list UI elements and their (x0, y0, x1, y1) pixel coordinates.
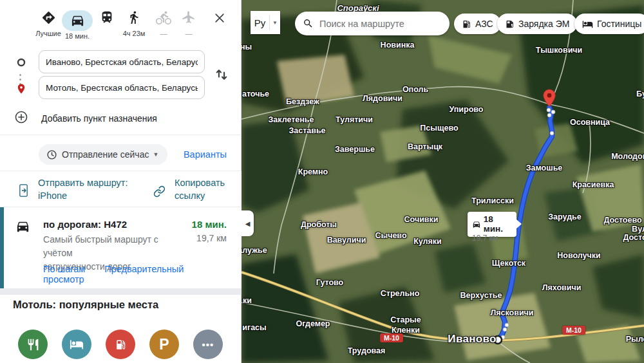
transit-icon (100, 10, 114, 24)
bed-icon (582, 19, 593, 30)
departure-options-row: Отправление сейчас ▼ Варианты (0, 135, 242, 170)
mode-drive[interactable]: 18 мин. (62, 10, 93, 30)
clock-icon (46, 149, 57, 160)
car-icon (70, 13, 85, 28)
route-distance: 19,7 км (196, 233, 227, 243)
send-to-phone-icon (18, 183, 29, 198)
send-route-device: iPhone (38, 189, 128, 202)
language-layer-button[interactable]: Ру ▼ (251, 11, 280, 34)
ev-filter-label: Зарядка ЭМ (518, 19, 569, 29)
destination-input[interactable] (39, 76, 205, 99)
parking-icon: P (159, 336, 169, 353)
mode-walk[interactable]: 4ч 23м (118, 10, 149, 27)
hotels-button[interactable] (62, 330, 91, 359)
restaurants-button[interactable] (18, 330, 48, 359)
selected-route-indicator (0, 207, 4, 288)
tooltip-arrow (516, 219, 522, 228)
app-window: СпораўскіныНовинкаТышковичиаточьеОпольЛя… (0, 0, 644, 363)
restaurant-icon (26, 338, 40, 351)
search-input[interactable] (319, 19, 442, 29)
route-result-card[interactable]: по дорогам: Н472 18 мин. Самый быстрый м… (0, 207, 242, 288)
map-toolbar: Ру ▼ АЗС Зарядка ЭМ Гостиницы (242, 0, 644, 39)
route-description-line1: Самый быстрый маршрут с учётом (43, 233, 182, 260)
mode-flight-unavailable: — (173, 30, 204, 37)
swap-arrows-icon (213, 66, 231, 84)
tooltip-time: 18 мин. (484, 214, 513, 234)
copy-link-button[interactable]: Копировать ссылку (153, 176, 225, 202)
copy-link-label-2: ссылку (175, 189, 225, 202)
search-icon (303, 18, 314, 29)
collapse-panel-button[interactable]: ◀ (242, 210, 254, 236)
mode-walk-time: 4ч 23м (118, 30, 149, 37)
add-destination-button[interactable]: Добавить пункт назначения (0, 107, 242, 129)
swap-waypoints-button[interactable] (213, 66, 231, 84)
plane-icon (182, 10, 196, 24)
route-title: по дорогам: Н472 (43, 219, 127, 230)
mode-drive-time: 18 мин. (62, 32, 93, 40)
route-search-box[interactable] (295, 12, 450, 35)
more-icon: ••• (202, 339, 214, 350)
origin-input[interactable] (39, 50, 205, 73)
origin-dot-icon (17, 58, 26, 67)
travel-mode-bar: Лучшие 18 мин. 4ч 23м — — (0, 0, 242, 41)
copy-link-label-1: Копировать (175, 176, 225, 189)
chevron-down-icon: ▼ (270, 20, 280, 26)
mode-best-label: Лучшие (33, 30, 64, 37)
route-time-tooltip[interactable]: 18 мин. 19,7 км (468, 212, 516, 237)
route-duration: 18 мин. (192, 219, 227, 230)
directions-panel: Лучшие 18 мин. 4ч 23м — — (0, 0, 242, 363)
tooltip-distance: 19,7 км (472, 234, 513, 243)
pedestrian-icon (127, 10, 141, 24)
send-route-label: Отправить маршрут: (38, 176, 128, 189)
route-options-link[interactable]: Варианты (184, 149, 227, 160)
route-links: По шагам Предварительный просмотр (43, 264, 242, 284)
send-route-button[interactable]: Отправить маршрут: iPhone (18, 176, 128, 202)
directions-icon (41, 10, 56, 25)
origin-marker (494, 336, 502, 344)
bed-icon (70, 337, 84, 351)
hotels-filter-label: Гостиницы (597, 19, 641, 29)
step-by-step-link[interactable]: По шагам (43, 264, 85, 274)
destination-pin-icon (15, 82, 27, 95)
chevron-down-icon: ▼ (153, 151, 158, 158)
more-categories-button[interactable]: ••• (193, 330, 223, 359)
satellite-map-graphic (242, 0, 644, 363)
fuel-filter-button[interactable]: АЗС (454, 14, 501, 34)
plus-circle-icon (14, 110, 28, 124)
share-row: Отправить маршрут: iPhone Копировать ссы… (0, 171, 242, 207)
add-destination-label: Добавить пункт назначения (41, 113, 157, 124)
hotels-filter-button[interactable]: Гостиницы (574, 14, 644, 34)
departure-time-label: Отправление сейчас (62, 149, 149, 160)
car-icon (472, 219, 481, 229)
language-label: Ру (251, 17, 269, 28)
ev-charging-icon (505, 19, 515, 29)
car-icon (15, 219, 30, 234)
mode-best-routes[interactable]: Лучшие (33, 10, 64, 28)
mode-transit[interactable] (91, 10, 122, 27)
popular-places-buttons: P ••• (0, 330, 242, 359)
popular-places-title: Мотоль: популярные места (13, 299, 158, 311)
gas-pump-icon (115, 339, 127, 351)
close-directions-button[interactable] (204, 10, 235, 27)
chevron-left-icon: ◀ (245, 220, 251, 227)
mode-flight[interactable]: — (173, 10, 204, 27)
close-icon (213, 12, 226, 24)
bicycle-icon (156, 10, 171, 26)
link-icon (153, 185, 166, 198)
section-separator (0, 288, 242, 295)
ev-charging-filter-button[interactable]: Зарядка ЭМ (497, 14, 577, 34)
fuel-filter-label: АЗС (475, 19, 493, 29)
gas-pump-icon (462, 19, 471, 29)
departure-time-dropdown[interactable]: Отправление сейчас ▼ (39, 144, 167, 165)
map-canvas[interactable]: СпораўскіныНовинкаТышковичиаточьеОпольЛя… (242, 0, 644, 363)
parking-button[interactable]: P (149, 330, 179, 359)
gas-stations-button[interactable] (106, 330, 135, 359)
